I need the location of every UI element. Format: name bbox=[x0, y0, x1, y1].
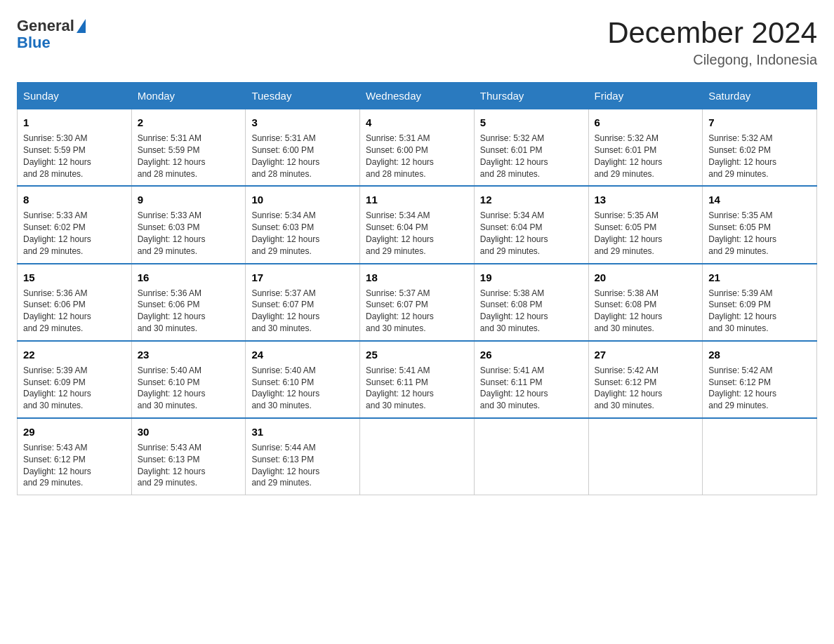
calendar-week-2: 8Sunrise: 5:33 AMSunset: 6:02 PMDaylight… bbox=[18, 186, 817, 263]
calendar-cell: 18Sunrise: 5:37 AMSunset: 6:07 PMDayligh… bbox=[360, 264, 475, 341]
logo-general-text: General bbox=[17, 17, 74, 35]
calendar-week-5: 29Sunrise: 5:43 AMSunset: 6:12 PMDayligh… bbox=[18, 418, 817, 495]
calendar-header-row: SundayMondayTuesdayWednesdayThursdayFrid… bbox=[18, 83, 817, 109]
day-info: Sunrise: 5:33 AMSunset: 6:02 PMDaylight:… bbox=[23, 210, 126, 257]
day-number: 9 bbox=[138, 192, 240, 207]
day-info: Sunrise: 5:41 AMSunset: 6:11 PMDaylight:… bbox=[366, 365, 468, 412]
calendar-cell: 6Sunrise: 5:32 AMSunset: 6:01 PMDaylight… bbox=[588, 109, 703, 187]
calendar-cell: 3Sunrise: 5:31 AMSunset: 6:00 PMDaylight… bbox=[246, 109, 360, 187]
day-info: Sunrise: 5:37 AMSunset: 6:07 PMDaylight:… bbox=[251, 288, 354, 335]
calendar-cell: 21Sunrise: 5:39 AMSunset: 6:09 PMDayligh… bbox=[703, 264, 817, 341]
day-info: Sunrise: 5:36 AMSunset: 6:06 PMDaylight:… bbox=[23, 288, 126, 335]
logo-blue-text: Blue bbox=[17, 34, 51, 52]
day-info: Sunrise: 5:43 AMSunset: 6:13 PMDaylight:… bbox=[138, 442, 240, 489]
day-number: 13 bbox=[595, 192, 697, 207]
calendar-cell: 19Sunrise: 5:38 AMSunset: 6:08 PMDayligh… bbox=[474, 264, 588, 341]
calendar-cell: 16Sunrise: 5:36 AMSunset: 6:06 PMDayligh… bbox=[131, 264, 246, 341]
subtitle: Cilegong, Indonesia bbox=[607, 52, 817, 68]
day-number: 29 bbox=[23, 424, 126, 439]
calendar-cell: 11Sunrise: 5:34 AMSunset: 6:04 PMDayligh… bbox=[360, 186, 475, 263]
calendar-cell: 8Sunrise: 5:33 AMSunset: 6:02 PMDaylight… bbox=[18, 186, 132, 263]
calendar-week-4: 22Sunrise: 5:39 AMSunset: 6:09 PMDayligh… bbox=[18, 341, 817, 418]
header-thursday: Thursday bbox=[474, 83, 588, 109]
day-number: 5 bbox=[480, 115, 583, 130]
day-number: 27 bbox=[595, 347, 697, 362]
day-info: Sunrise: 5:41 AMSunset: 6:11 PMDaylight:… bbox=[480, 365, 583, 412]
day-number: 17 bbox=[251, 270, 354, 285]
day-number: 8 bbox=[23, 192, 126, 207]
day-number: 31 bbox=[251, 424, 354, 439]
calendar-cell: 25Sunrise: 5:41 AMSunset: 6:11 PMDayligh… bbox=[360, 341, 475, 418]
day-info: Sunrise: 5:40 AMSunset: 6:10 PMDaylight:… bbox=[138, 365, 240, 412]
day-number: 24 bbox=[251, 347, 354, 362]
day-number: 25 bbox=[366, 347, 468, 362]
calendar-cell bbox=[474, 418, 588, 495]
calendar-cell: 7Sunrise: 5:32 AMSunset: 6:02 PMDaylight… bbox=[703, 109, 817, 187]
calendar-cell: 22Sunrise: 5:39 AMSunset: 6:09 PMDayligh… bbox=[18, 341, 132, 418]
page-title: December 2024 bbox=[607, 17, 817, 49]
calendar-cell: 15Sunrise: 5:36 AMSunset: 6:06 PMDayligh… bbox=[18, 264, 132, 341]
calendar-cell: 10Sunrise: 5:34 AMSunset: 6:03 PMDayligh… bbox=[246, 186, 360, 263]
day-number: 10 bbox=[251, 192, 354, 207]
calendar-cell: 12Sunrise: 5:34 AMSunset: 6:04 PMDayligh… bbox=[474, 186, 588, 263]
title-area: December 2024 Cilegong, Indonesia bbox=[607, 17, 817, 68]
day-info: Sunrise: 5:39 AMSunset: 6:09 PMDaylight:… bbox=[708, 288, 811, 335]
day-number: 19 bbox=[480, 270, 583, 285]
day-info: Sunrise: 5:31 AMSunset: 6:00 PMDaylight:… bbox=[251, 133, 354, 180]
day-info: Sunrise: 5:34 AMSunset: 6:04 PMDaylight:… bbox=[480, 210, 583, 257]
day-info: Sunrise: 5:44 AMSunset: 6:13 PMDaylight:… bbox=[251, 442, 354, 489]
header-sunday: Sunday bbox=[18, 83, 132, 109]
day-info: Sunrise: 5:40 AMSunset: 6:10 PMDaylight:… bbox=[251, 365, 354, 412]
day-number: 16 bbox=[138, 270, 240, 285]
day-number: 22 bbox=[23, 347, 126, 362]
day-info: Sunrise: 5:35 AMSunset: 6:05 PMDaylight:… bbox=[708, 210, 811, 257]
calendar-cell: 13Sunrise: 5:35 AMSunset: 6:05 PMDayligh… bbox=[588, 186, 703, 263]
day-info: Sunrise: 5:34 AMSunset: 6:03 PMDaylight:… bbox=[251, 210, 354, 257]
calendar-cell: 29Sunrise: 5:43 AMSunset: 6:12 PMDayligh… bbox=[18, 418, 132, 495]
calendar-cell: 17Sunrise: 5:37 AMSunset: 6:07 PMDayligh… bbox=[246, 264, 360, 341]
calendar-cell: 20Sunrise: 5:38 AMSunset: 6:08 PMDayligh… bbox=[588, 264, 703, 341]
day-number: 20 bbox=[595, 270, 697, 285]
calendar-week-3: 15Sunrise: 5:36 AMSunset: 6:06 PMDayligh… bbox=[18, 264, 817, 341]
day-number: 15 bbox=[23, 270, 126, 285]
day-info: Sunrise: 5:42 AMSunset: 6:12 PMDaylight:… bbox=[708, 365, 811, 412]
header-saturday: Saturday bbox=[703, 83, 817, 109]
logo-arrow-icon bbox=[77, 19, 86, 33]
day-number: 26 bbox=[480, 347, 583, 362]
day-info: Sunrise: 5:38 AMSunset: 6:08 PMDaylight:… bbox=[480, 288, 583, 335]
day-number: 18 bbox=[366, 270, 468, 285]
day-number: 4 bbox=[366, 115, 468, 130]
day-info: Sunrise: 5:33 AMSunset: 6:03 PMDaylight:… bbox=[138, 210, 240, 257]
day-number: 1 bbox=[23, 115, 126, 130]
day-info: Sunrise: 5:32 AMSunset: 6:01 PMDaylight:… bbox=[480, 133, 583, 180]
day-info: Sunrise: 5:39 AMSunset: 6:09 PMDaylight:… bbox=[23, 365, 126, 412]
day-number: 2 bbox=[138, 115, 240, 130]
calendar-cell: 4Sunrise: 5:31 AMSunset: 6:00 PMDaylight… bbox=[360, 109, 475, 187]
day-info: Sunrise: 5:37 AMSunset: 6:07 PMDaylight:… bbox=[366, 288, 468, 335]
day-number: 23 bbox=[138, 347, 240, 362]
day-number: 14 bbox=[708, 192, 811, 207]
day-number: 6 bbox=[595, 115, 697, 130]
calendar-cell: 30Sunrise: 5:43 AMSunset: 6:13 PMDayligh… bbox=[131, 418, 246, 495]
day-number: 7 bbox=[708, 115, 811, 130]
day-info: Sunrise: 5:32 AMSunset: 6:01 PMDaylight:… bbox=[595, 133, 697, 180]
calendar-cell: 23Sunrise: 5:40 AMSunset: 6:10 PMDayligh… bbox=[131, 341, 246, 418]
day-info: Sunrise: 5:38 AMSunset: 6:08 PMDaylight:… bbox=[595, 288, 697, 335]
day-number: 3 bbox=[251, 115, 354, 130]
calendar-cell: 2Sunrise: 5:31 AMSunset: 5:59 PMDaylight… bbox=[131, 109, 246, 187]
day-number: 21 bbox=[708, 270, 811, 285]
calendar-cell: 24Sunrise: 5:40 AMSunset: 6:10 PMDayligh… bbox=[246, 341, 360, 418]
day-info: Sunrise: 5:31 AMSunset: 5:59 PMDaylight:… bbox=[138, 133, 240, 180]
calendar-cell bbox=[588, 418, 703, 495]
day-number: 12 bbox=[480, 192, 583, 207]
calendar-cell: 9Sunrise: 5:33 AMSunset: 6:03 PMDaylight… bbox=[131, 186, 246, 263]
day-info: Sunrise: 5:30 AMSunset: 5:59 PMDaylight:… bbox=[23, 133, 126, 180]
header-wednesday: Wednesday bbox=[360, 83, 475, 109]
logo: General Blue bbox=[17, 17, 86, 52]
header-tuesday: Tuesday bbox=[246, 83, 360, 109]
day-info: Sunrise: 5:32 AMSunset: 6:02 PMDaylight:… bbox=[708, 133, 811, 180]
calendar-cell: 26Sunrise: 5:41 AMSunset: 6:11 PMDayligh… bbox=[474, 341, 588, 418]
calendar-cell: 27Sunrise: 5:42 AMSunset: 6:12 PMDayligh… bbox=[588, 341, 703, 418]
calendar-cell bbox=[703, 418, 817, 495]
calendar-table: SundayMondayTuesdayWednesdayThursdayFrid… bbox=[17, 82, 817, 495]
